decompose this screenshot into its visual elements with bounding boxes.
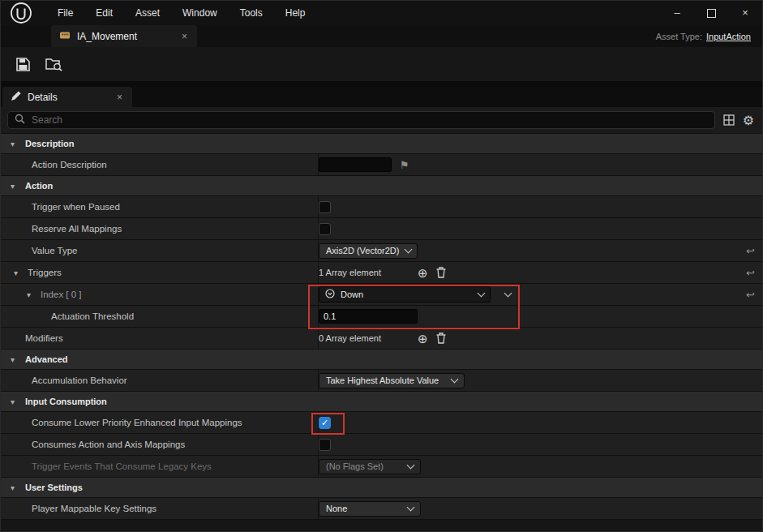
toolbar	[1, 47, 762, 82]
tab-ia-movement[interactable]: IA_Movement ×	[51, 25, 197, 47]
search-box[interactable]	[7, 111, 715, 129]
array-summary: 1 Array element	[319, 268, 409, 277]
details-tab-label: Details	[28, 92, 58, 103]
flag-icon[interactable]: ⚑	[400, 159, 409, 171]
category-label: Input Consumption	[25, 397, 107, 406]
action-description-input[interactable]	[319, 157, 392, 172]
collapse-arrow-icon[interactable]: ▾	[11, 355, 19, 364]
trigger-down-icon	[325, 287, 335, 302]
titlebar: File Edit Asset Window Tools Help – ×	[1, 1, 762, 25]
row-action-description: Action Description ⚑	[1, 154, 762, 176]
details-tabstrip: Details ×	[1, 87, 762, 107]
dropdown-value: Take Highest Absolute Value	[326, 375, 439, 385]
property-label: Triggers	[28, 268, 62, 277]
legacy-flags-dropdown[interactable]: (No Flags Set)	[319, 459, 421, 474]
asset-type-link[interactable]: InputAction	[706, 32, 751, 41]
add-element-icon[interactable]: ⊕	[418, 332, 428, 345]
maximize-button[interactable]	[694, 1, 728, 25]
collapse-arrow-icon[interactable]: ▾	[11, 397, 19, 406]
property-label: Consumes Action and Axis Mappings	[32, 440, 185, 449]
settings-gear-icon[interactable]: ⚙	[743, 113, 754, 128]
unreal-editor-window: File Edit Asset Window Tools Help – × I	[0, 0, 763, 532]
dropdown-value: (No Flags Set)	[326, 461, 384, 471]
save-button[interactable]	[9, 51, 36, 77]
menu-file[interactable]: File	[46, 1, 84, 25]
property-label: Reserve All Mappings	[32, 224, 122, 234]
menu-tools[interactable]: Tools	[229, 1, 274, 25]
unreal-logo[interactable]	[7, 1, 35, 25]
display-filter-icon[interactable]	[723, 114, 735, 126]
actuation-threshold-input[interactable]	[319, 309, 418, 324]
property-label: Index [ 0 ]	[41, 290, 82, 299]
category-action[interactable]: ▾ Action	[1, 176, 762, 196]
tab-label: IA_Movement	[77, 31, 137, 42]
trigger-when-paused-checkbox[interactable]	[319, 201, 331, 213]
tab-close-icon[interactable]: ×	[180, 31, 189, 42]
chevron-down-icon	[407, 461, 415, 470]
asset-type-label: Asset Type:	[656, 32, 702, 41]
save-icon	[15, 57, 31, 72]
browse-icon	[45, 57, 62, 71]
menu-help[interactable]: Help	[274, 1, 317, 25]
delete-all-elements-icon[interactable]	[436, 332, 446, 344]
maximize-icon	[707, 9, 716, 18]
minimize-button[interactable]: –	[660, 1, 694, 25]
window-controls: – ×	[660, 1, 762, 25]
category-label: Advanced	[25, 354, 68, 364]
property-label: Trigger Events That Consume Legacy Keys	[32, 461, 212, 471]
collapse-arrow-icon[interactable]: ▾	[11, 182, 19, 191]
add-element-icon[interactable]: ⊕	[418, 267, 428, 279]
row-trigger-index-0: ▾ Index [ 0 ] Down ↩	[1, 284, 762, 306]
reset-to-default-icon[interactable]: ↩	[746, 290, 755, 300]
menu-asset[interactable]: Asset	[124, 1, 171, 25]
row-triggers: ▾ Triggers 1 Array element ⊕ ↩	[1, 262, 762, 284]
row-accumulation-behavior: Accumulation Behavior Take Highest Absol…	[1, 370, 762, 392]
menubar: File Edit Asset Window Tools Help	[46, 1, 316, 25]
category-label: Description	[25, 139, 75, 148]
consumes-action-axis-checkbox[interactable]	[319, 439, 331, 451]
category-input-consumption[interactable]: ▾ Input Consumption	[1, 392, 762, 412]
category-label: User Settings	[25, 483, 83, 492]
reset-to-default-icon[interactable]: ↩	[746, 246, 755, 256]
details-panel: ▾ Description Action Description ⚑ ▾ Act…	[1, 134, 762, 520]
details-close-icon[interactable]: ×	[115, 92, 124, 103]
property-label: Modifiers	[25, 333, 63, 343]
tab-details[interactable]: Details ×	[2, 87, 132, 107]
close-button[interactable]: ×	[728, 1, 762, 25]
menu-edit[interactable]: Edit	[84, 1, 124, 25]
reset-to-default-icon[interactable]: ↩	[746, 268, 755, 278]
collapse-arrow-icon[interactable]: ▾	[11, 139, 19, 148]
consume-lower-priority-checkbox[interactable]: ✓	[319, 417, 331, 429]
dropdown-value: Axis2D (Vector2D)	[326, 246, 399, 255]
accumulation-behavior-dropdown[interactable]: Take Highest Absolute Value	[319, 373, 465, 388]
delete-all-elements-icon[interactable]	[436, 267, 446, 278]
property-label: Consume Lower Priority Enhanced Input Ma…	[32, 418, 242, 427]
row-consumes-action-axis: Consumes Action and Axis Mappings	[1, 434, 762, 456]
category-description[interactable]: ▾ Description	[1, 134, 762, 154]
row-consume-lower-priority: Consume Lower Priority Enhanced Input Ma…	[1, 412, 762, 434]
row-modifiers: Modifiers 0 Array element ⊕	[1, 328, 762, 350]
category-advanced[interactable]: ▾ Advanced	[1, 350, 762, 370]
chevron-down-icon	[451, 375, 459, 384]
pencil-icon	[11, 90, 21, 105]
search-input[interactable]	[30, 114, 708, 127]
player-mappable-dropdown[interactable]: None	[319, 501, 421, 517]
menu-window[interactable]: Window	[171, 1, 229, 25]
value-type-dropdown[interactable]: Axis2D (Vector2D)	[319, 243, 418, 259]
array-summary: 0 Array element	[319, 333, 409, 343]
trigger-type-dropdown[interactable]: Down	[319, 286, 491, 302]
collapse-arrow-icon[interactable]: ▾	[11, 483, 19, 492]
expand-arrow-icon[interactable]: ▾	[14, 268, 22, 277]
row-trigger-when-paused: Trigger when Paused	[1, 196, 762, 218]
category-label: Action	[25, 181, 53, 191]
dropdown-value: None	[326, 504, 347, 513]
row-actuation-threshold: Actuation Threshold	[1, 306, 762, 328]
property-label: Accumulation Behavior	[32, 375, 127, 385]
category-user-settings[interactable]: ▾ User Settings	[1, 478, 762, 498]
browse-to-asset-button[interactable]	[40, 51, 67, 77]
row-player-mappable-key-settings: Player Mappable Key Settings None	[1, 498, 762, 520]
expand-arrow-icon[interactable]: ▾	[27, 290, 35, 299]
reserve-all-mappings-checkbox[interactable]	[319, 223, 331, 235]
element-options-dropdown[interactable]	[499, 286, 517, 302]
row-trigger-events-legacy: Trigger Events That Consume Legacy Keys …	[1, 456, 762, 478]
